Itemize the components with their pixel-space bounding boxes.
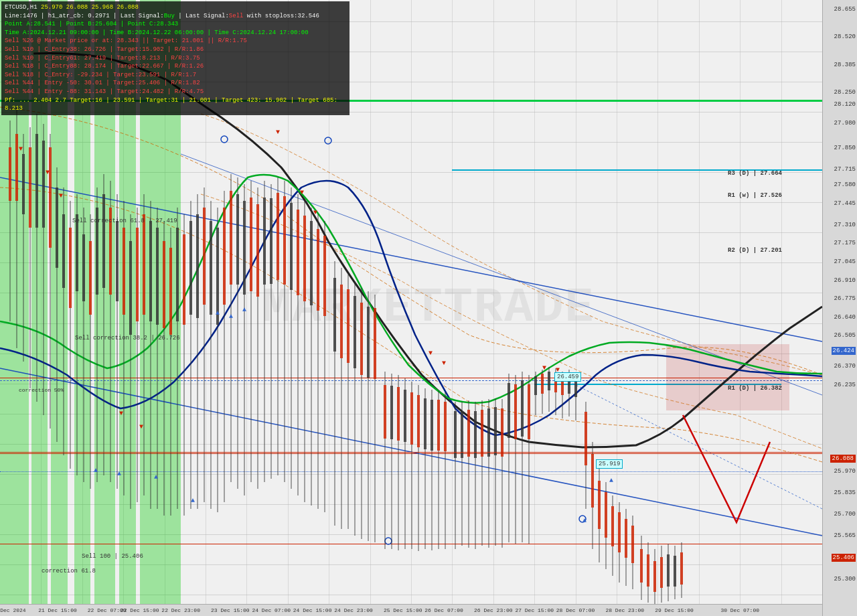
svg-rect-145: [474, 411, 477, 458]
svg-rect-101: [317, 229, 319, 311]
svg-rect-17: [35, 134, 38, 228]
svg-text:▼: ▼: [19, 145, 23, 153]
svg-rect-179: [591, 454, 594, 508]
time-dec30-07: 30 Dec 07:00: [720, 607, 759, 613]
svg-rect-83: [256, 204, 259, 297]
price-26235: 26.235: [834, 382, 856, 388]
correction-mid-label: correction 50%: [19, 387, 64, 393]
info-line2: Line:1476 | h1_atr_cb: 0.2971 | Last Sig…: [5, 12, 346, 21]
svg-rect-199: [660, 557, 663, 588]
svg-rect-53: [156, 228, 159, 325]
svg-text:▲: ▲: [216, 309, 220, 317]
svg-rect-129: [417, 395, 420, 447]
svg-rect-161: [528, 384, 530, 439]
svg-rect-13: [22, 154, 25, 214]
svg-rect-111: [354, 296, 356, 368]
svg-rect-89: [277, 193, 279, 280]
svg-rect-69: [210, 221, 212, 315]
svg-rect-139: [454, 411, 457, 458]
price-27580: 27.580: [834, 181, 856, 188]
svg-rect-137: [444, 402, 447, 451]
info-panel: ETCUSD,H1 25.970 26.088 25.968 26.088 Li…: [1, 1, 349, 115]
svg-rect-97: [303, 216, 306, 301]
price-25406: 25.406: [832, 554, 856, 562]
svg-text:▼: ▼: [442, 360, 446, 367]
svg-text:▼: ▼: [300, 189, 304, 196]
svg-rect-45: [129, 241, 132, 335]
time-dec26-23: 26 Dec 23:00: [474, 607, 513, 613]
svg-rect-15: [29, 147, 31, 228]
svg-rect-141: [461, 411, 463, 458]
svg-text:▼: ▼: [119, 410, 123, 417]
svg-text:▼: ▼: [542, 364, 546, 372]
price-28385: 28.385: [834, 62, 856, 68]
svg-rect-47: [136, 228, 139, 321]
svg-rect-147: [481, 410, 483, 457]
svg-rect-63: [189, 221, 192, 315]
svg-rect-27: [69, 228, 72, 308]
svg-rect-135: [437, 400, 440, 451]
time-dec24-23: 24 Dec 23:00: [334, 607, 373, 613]
info-sell7: Sell %44 | Entry -88: 31.143 | Target:24…: [5, 88, 346, 96]
price-27715: 27.715: [834, 166, 856, 173]
svg-rect-193: [640, 549, 643, 583]
svg-rect-61: [183, 234, 185, 325]
info-line4: Time A:2024.12.21 09:00:00 | Time B:2024…: [5, 29, 346, 37]
price-28655: 28.655: [834, 6, 856, 13]
svg-rect-109: [347, 289, 349, 363]
svg-rect-21: [49, 147, 52, 248]
svg-rect-183: [605, 492, 607, 538]
info-line-symbol: ETCUSD,H1 25.970 26.088 25.968 26.088: [5, 3, 346, 12]
svg-text:▼: ▼: [46, 169, 50, 176]
svg-rect-113: [360, 303, 363, 375]
price-26424: 26.424: [832, 347, 856, 355]
svg-rect-19: [42, 141, 45, 228]
sell-correction-38-label: Sell correction 38.2 | 26.726: [75, 335, 180, 341]
svg-rect-149: [487, 408, 490, 457]
info-sell6: Sell %44 | Entry -50: 30.01 | Target:25.…: [5, 79, 346, 88]
info-sell4: Sell %18 | C_Entry88: 28.174 | Target:22…: [5, 62, 346, 71]
r3d-label: R3 (D) | 27.664: [728, 170, 782, 177]
svg-rect-131: [424, 398, 426, 449]
price-28250: 28.250: [834, 89, 856, 96]
svg-rect-195: [647, 554, 649, 587]
time-dec29-15: 29 Dec 15:00: [655, 607, 694, 613]
svg-rect-165: [541, 374, 544, 394]
svg-rect-57: [169, 248, 172, 335]
time-dec21-15: 21 Dec 15:00: [38, 607, 77, 613]
svg-rect-205: [680, 552, 683, 585]
price-27980: 27.980: [834, 120, 856, 127]
svg-rect-159: [521, 380, 524, 437]
svg-rect-79: [243, 201, 246, 295]
svg-rect-123: [397, 387, 400, 441]
svg-text:▼: ▼: [59, 192, 63, 200]
svg-rect-155: [508, 383, 510, 438]
svg-rect-115: [367, 307, 370, 378]
svg-text:▼: ▼: [139, 423, 143, 431]
svg-rect-197: [653, 561, 656, 592]
time-dec24-07: 24 Dec 07:00: [252, 607, 291, 613]
r1w-label: R1 (w) | 27.526: [728, 192, 782, 199]
svg-rect-99: [310, 221, 313, 305]
svg-text:▲: ▲: [242, 306, 246, 313]
svg-text:▼: ▼: [276, 129, 280, 136]
time-dec25-15: 25 Dec 15:00: [384, 607, 422, 613]
time-dec22-23: 22 Dec 23:00: [161, 607, 200, 613]
svg-rect-201: [667, 554, 670, 587]
info-sell5: Sell %18 | C_Entry: -29.234 | Target:23.…: [5, 71, 346, 80]
svg-rect-181: [598, 481, 601, 529]
svg-rect-41: [116, 221, 119, 301]
svg-text:▼: ▼: [313, 209, 317, 216]
price-28520: 28.520: [834, 33, 856, 40]
price-27445: 27.445: [834, 200, 856, 207]
price-26088-current: 26.088: [830, 455, 856, 463]
price-27045: 27.045: [834, 258, 856, 265]
svg-rect-49: [143, 214, 145, 315]
price-26505: 26.505: [834, 332, 856, 339]
sell-correction-61-label: Sell correction 61.8 | 27.419: [72, 218, 177, 224]
svg-rect-33: [89, 241, 92, 315]
price-26775: 26.775: [834, 295, 856, 302]
svg-rect-93: [290, 203, 293, 290]
svg-rect-191: [631, 526, 634, 563]
svg-rect-29: [76, 214, 78, 291]
